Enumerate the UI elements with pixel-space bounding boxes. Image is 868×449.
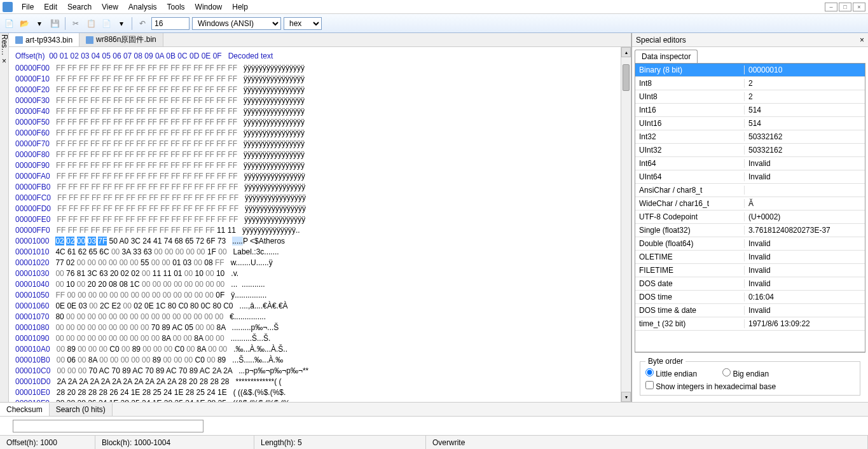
status-bar: Offset(h): 1000 Block(h): 1000-1004 Leng… <box>0 435 868 449</box>
close-button[interactable]: × <box>853 3 865 11</box>
byte-order-label: Byte order <box>645 357 685 366</box>
status-length: Length(h): 5 <box>254 436 426 449</box>
status-block: Block(h): 1000-1004 <box>95 436 254 449</box>
dropdown-icon[interactable]: ▾ <box>115 17 128 30</box>
bytes-per-row-input[interactable] <box>151 17 189 30</box>
menu-window[interactable]: Window <box>190 1 228 13</box>
results-strip[interactable]: Res… × <box>0 33 9 402</box>
file-tab[interactable]: wr886n原固件.bin <box>79 33 163 46</box>
bottom-tab[interactable]: Checksum <box>0 403 50 416</box>
paste-button[interactable]: 📄 <box>100 17 113 30</box>
maximize-button[interactable]: □ <box>839 3 851 11</box>
byte-order-fieldset: Byte order Little endian Big endian Show… <box>640 357 860 396</box>
special-editors-panel: Special editors × Data inspector Binary … <box>631 33 868 402</box>
display-select[interactable]: hex <box>284 17 322 30</box>
inspector-row[interactable]: UInt16514 <box>635 117 865 130</box>
inspector-row[interactable]: Int64Invalid <box>635 157 865 170</box>
window-controls: – □ × <box>825 3 868 11</box>
close-icon[interactable]: × <box>2 57 6 66</box>
tab-data-inspector[interactable]: Data inspector <box>635 50 698 63</box>
hex-integers-checkbox[interactable]: Show integers in hexadecimal base <box>645 382 776 391</box>
close-icon[interactable]: × <box>860 36 864 45</box>
minimize-button[interactable]: – <box>825 3 837 11</box>
open-file-button[interactable]: 📂 <box>18 17 31 30</box>
menu-file[interactable]: File <box>17 1 39 13</box>
inspector-row[interactable]: OLETIMEInvalid <box>635 251 865 264</box>
panel-title: Special editors <box>636 36 686 45</box>
inspector-row[interactable]: Single (float32)3.76181240820273E-37 <box>635 224 865 237</box>
menu-edit[interactable]: Edit <box>39 1 62 13</box>
inspector-row[interactable]: UInt3250332162 <box>635 144 865 157</box>
scroll-up-button[interactable]: ▴ <box>621 47 631 57</box>
bottom-input[interactable] <box>13 420 203 432</box>
bottom-panel <box>0 416 868 435</box>
inspector-row[interactable]: Int16514 <box>635 104 865 117</box>
file-icon <box>86 36 93 44</box>
inspector-row[interactable]: DOS dateInvalid <box>635 277 865 291</box>
inspector-row[interactable]: Int3250332162 <box>635 130 865 144</box>
menu-analysis[interactable]: Analysis <box>123 1 162 13</box>
encoding-select[interactable]: Windows (ANSI) <box>192 17 281 30</box>
inspector-row[interactable]: Binary (8 bit)00000010 <box>635 64 865 77</box>
scroll-down-button[interactable]: ▾ <box>621 392 631 402</box>
cut-button[interactable]: ✂ <box>69 17 82 30</box>
status-offset: Offset(h): 1000 <box>0 436 95 449</box>
separator <box>132 17 132 30</box>
inspector-row[interactable]: UTF-8 Codepoint (U+0002) <box>635 211 865 224</box>
save-button[interactable]: 💾 <box>48 17 61 30</box>
undo-button[interactable]: ↶ <box>136 17 149 30</box>
bottom-tabs: ChecksumSearch (0 hits) <box>0 402 868 416</box>
file-icon <box>15 36 23 44</box>
menu-search[interactable]: Search <box>62 1 97 13</box>
status-mode: Overwrite <box>426 436 868 449</box>
inspector-row[interactable]: WideChar / char16_tĂ <box>635 197 865 211</box>
hex-view[interactable]: Offset(h) 00 01 02 03 04 05 06 07 08 09 … <box>9 47 621 402</box>
inspector-row[interactable]: UInt82 <box>635 90 865 104</box>
toolbar: 📄 📂 ▾ 💾 ✂ 📋 📄 ▾ ↶ Windows (ANSI) hex <box>0 14 868 33</box>
new-file-button[interactable]: 📄 <box>3 17 15 30</box>
menubar: FileEditSearchViewAnalysisToolsWindowHel… <box>0 0 868 14</box>
results-label: Res… <box>0 34 9 55</box>
little-endian-radio[interactable]: Little endian <box>645 368 697 378</box>
inspector-row[interactable]: UInt64Invalid <box>635 170 865 184</box>
inspector-row[interactable]: Int82 <box>635 77 865 90</box>
bottom-tab[interactable]: Search (0 hits) <box>50 403 113 416</box>
data-inspector-table[interactable]: Binary (8 bit)00000010Int82UInt82Int1651… <box>635 63 865 352</box>
separator <box>65 17 65 30</box>
file-tab[interactable]: art-tp9343.bin <box>9 33 79 46</box>
app-icon <box>3 2 13 12</box>
dropdown-icon[interactable]: ▾ <box>33 17 46 30</box>
big-endian-radio[interactable]: Big endian <box>722 368 769 378</box>
menu-view[interactable]: View <box>97 1 123 13</box>
inspector-row[interactable]: FILETIMEInvalid <box>635 264 865 277</box>
file-tabs: art-tp9343.binwr886n原固件.bin <box>9 33 631 47</box>
copy-button[interactable]: 📋 <box>85 17 97 30</box>
inspector-row[interactable]: DOS time0:16:04 <box>635 291 865 304</box>
menu-help[interactable]: Help <box>227 1 253 13</box>
inspector-row[interactable]: time_t (32 bit)1971/8/6 13:09:22 <box>635 317 865 331</box>
inspector-row[interactable]: DOS time & dateInvalid <box>635 304 865 317</box>
inspector-row[interactable]: AnsiChar / char8_t <box>635 184 865 197</box>
vertical-scrollbar[interactable]: ▴ ▾ <box>621 47 631 402</box>
menu-tools[interactable]: Tools <box>162 1 190 13</box>
inspector-row[interactable]: Double (float64)Invalid <box>635 237 865 251</box>
